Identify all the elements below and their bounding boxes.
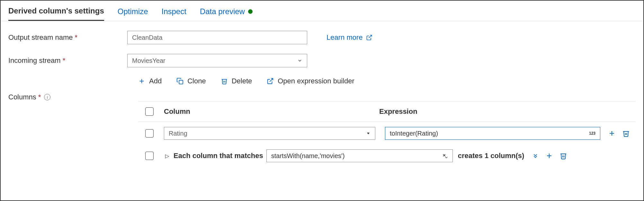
row-checkbox[interactable] (145, 152, 154, 160)
trash-icon (622, 130, 630, 137)
delete-row-button[interactable] (559, 152, 567, 160)
open-builder-label: Open expression builder (278, 77, 354, 85)
chevron-down-icon (297, 58, 302, 63)
row-checkbox[interactable] (145, 129, 154, 138)
expand-double-button[interactable] (532, 152, 539, 159)
info-icon[interactable]: i (44, 94, 50, 100)
select-all-checkbox[interactable] (145, 107, 154, 116)
svg-line-0 (369, 35, 371, 38)
clone-icon (176, 78, 183, 85)
output-stream-label: Output stream name * (8, 33, 127, 42)
required-asterisk: * (75, 33, 78, 42)
incoming-stream-label: Incoming stream * (8, 56, 127, 65)
plus-icon (138, 78, 145, 85)
delete-row-button[interactable] (622, 130, 630, 137)
learn-more-text: Learn more (326, 33, 363, 42)
tab-bar: Derived column's settings Optimize Inspe… (1, 1, 643, 21)
tab-data-preview-label: Data preview (200, 7, 245, 16)
tab-data-preview[interactable]: Data preview (200, 7, 253, 21)
column-name-select[interactable]: Rating (164, 127, 375, 140)
expression-header: Expression (379, 107, 636, 116)
type-badge: 123 (589, 131, 595, 136)
add-subcolumn-button[interactable] (608, 130, 616, 137)
clear-dropdown-icon[interactable] (442, 153, 448, 159)
open-expression-builder-button[interactable]: Open expression builder (267, 77, 354, 85)
expression-value: toInteger(Rating) (390, 130, 438, 137)
incoming-stream-label-text: Incoming stream (8, 56, 61, 65)
columns-header-row: Column Expression (138, 102, 636, 122)
output-stream-label-text: Output stream name (8, 33, 73, 42)
clone-label: Clone (187, 77, 206, 85)
delete-label: Delete (232, 77, 252, 85)
svg-rect-3 (179, 80, 183, 84)
plus-icon (608, 130, 616, 137)
clone-button[interactable]: Clone (176, 77, 206, 85)
chevron-double-down-icon (532, 152, 539, 159)
output-stream-input[interactable] (127, 31, 307, 44)
pattern-prefix-label: Each column that matches (174, 152, 266, 160)
required-asterisk: * (38, 93, 41, 101)
incoming-stream-select[interactable]: MoviesYear (127, 54, 307, 67)
add-label: Add (149, 77, 162, 85)
learn-more-link[interactable]: Learn more (326, 33, 372, 42)
delete-button[interactable]: Delete (221, 77, 252, 85)
column-header: Column (161, 107, 379, 116)
expand-toggle[interactable]: ▷ (161, 153, 174, 159)
columns-label-text: Columns (8, 93, 36, 101)
add-subcolumn-button[interactable] (545, 152, 553, 160)
pattern-expression-value: startsWith(name,'movies') (271, 152, 345, 160)
plus-icon (545, 152, 553, 160)
tab-inspect[interactable]: Inspect (161, 7, 186, 21)
trash-icon (559, 152, 567, 160)
expression-input[interactable]: toInteger(Rating) 123 (385, 127, 600, 140)
svg-line-6 (270, 79, 273, 82)
pattern-suffix-label: creates 1 column(s) (453, 152, 530, 160)
pattern-row: ▷ Each column that matches startsWith(na… (138, 145, 636, 167)
status-indicator-icon (248, 9, 253, 14)
caret-down-icon (366, 131, 371, 136)
external-link-icon (366, 34, 372, 41)
external-link-icon (267, 78, 274, 85)
svg-marker-7 (367, 133, 370, 134)
incoming-stream-value: MoviesYear (132, 57, 165, 64)
column-name-value: Rating (169, 130, 187, 137)
column-row: Rating toInteger(Rating) 123 (138, 122, 636, 145)
columns-label: Columns * i (8, 93, 127, 101)
columns-toolbar: Add Clone Delete Open expression builder (138, 77, 636, 85)
add-button[interactable]: Add (138, 77, 162, 85)
required-asterisk: * (63, 56, 66, 65)
pattern-expression-input[interactable]: startsWith(name,'movies') (266, 149, 453, 162)
tab-optimize[interactable]: Optimize (118, 7, 148, 21)
tab-settings[interactable]: Derived column's settings (8, 6, 104, 21)
trash-icon (221, 78, 228, 85)
